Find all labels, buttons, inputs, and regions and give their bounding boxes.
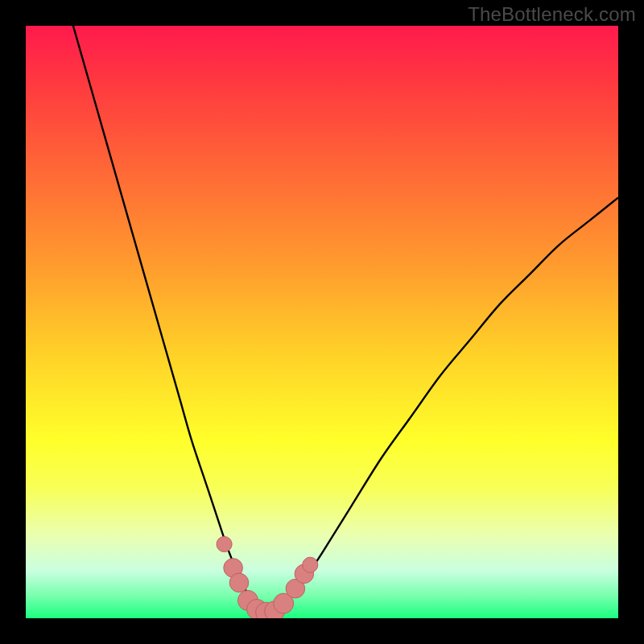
curve-marker — [303, 557, 318, 572]
curve-marker — [229, 573, 249, 592]
curve-marker — [217, 536, 232, 551]
bottleneck-curve — [73, 26, 618, 613]
chart-frame: TheBottleneck.com — [0, 0, 644, 644]
watermark-label: TheBottleneck.com — [468, 3, 636, 26]
bottleneck-curve-svg — [26, 26, 618, 618]
curve-markers — [217, 536, 318, 618]
chart-plot-area — [26, 26, 618, 618]
